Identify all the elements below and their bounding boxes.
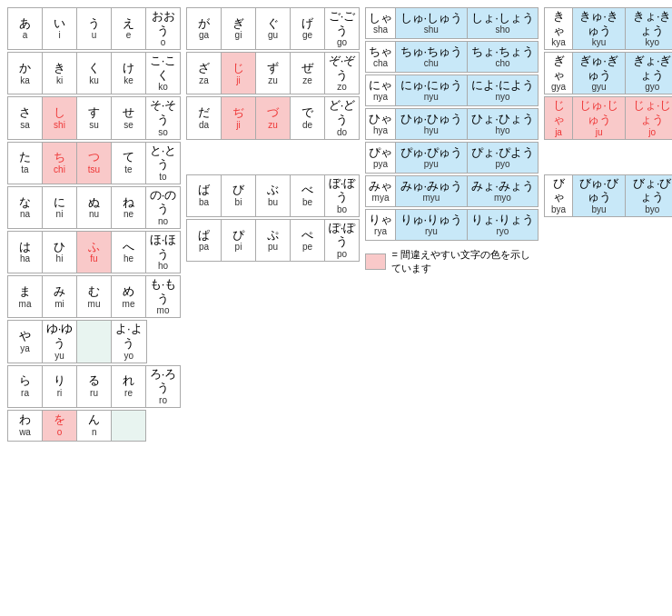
table-dajizudedo: だda ぢji づzu でde ど·どうdo	[186, 96, 360, 139]
cell-byo: びょ·びょうbyo	[626, 174, 672, 216]
cell-ha: はha	[8, 231, 43, 273]
cell-ne: ねne	[112, 186, 146, 228]
cell-ke: けke	[112, 53, 146, 94]
table-chachuchi: ちゃcha ちゅ·ちゅうchu ちょ·ちょうcho	[365, 41, 539, 73]
cell-e: えe	[112, 8, 146, 50]
cell-bya-kana: びゃbya	[545, 174, 573, 216]
cell-de: でde	[291, 97, 325, 139]
cell-ju: じゅ·じゅうju	[572, 97, 626, 139]
cell-kyo: きょ·きょうkyo	[626, 8, 672, 50]
cell-kyu: きゅ·きゅうkyu	[572, 8, 626, 50]
cell-to: と·とうto	[146, 142, 181, 184]
cell-ji-za: じji	[222, 53, 256, 94]
cell-ho: ほ·ほうho	[146, 231, 181, 273]
cell-do: ど·どうdo	[325, 97, 360, 139]
cell-ta: たta	[8, 142, 43, 184]
cell-ryo: りょ·りょうryo	[467, 210, 539, 241]
table-hyahyuhyo: ひゃhya ひゅ·ひゅうhyu ひょ·ひょうhyo	[365, 108, 539, 140]
cell-chi: ちchi	[43, 142, 77, 184]
middle-section: がga ぎgi ぐgu げge ご·ごうgo ざza じji ずzu ぜze ぞ…	[186, 7, 360, 443]
cell-gu: ぐgu	[256, 8, 291, 50]
cell-me: めme	[112, 276, 146, 318]
cell-zo: ぞ·ぞうzo	[325, 53, 360, 94]
cell-bu: ぶbu	[256, 174, 291, 216]
cell-hi: ひhi	[43, 231, 77, 273]
cell-ze: ぜze	[291, 53, 325, 94]
cell-zu-da: づzu	[256, 97, 291, 139]
cell-po: ぽ·ぽうpo	[325, 219, 360, 261]
left-section: あa いi うu えe おおうo かka きki くku けke こ·こくko …	[7, 7, 181, 443]
cell-su: すsu	[77, 97, 112, 139]
table-yayuyo: やya ゆ·ゆうyu よ·ようyo	[7, 320, 181, 363]
cell-hya-kana: ひゃhya	[366, 109, 396, 140]
cell-a: あa	[8, 8, 43, 50]
cell-go: ご·ごうgo	[325, 8, 360, 50]
cell-nyo: によ·にようnyo	[467, 75, 539, 106]
cell-za: ざza	[187, 53, 222, 94]
cell-mu: むmu	[77, 276, 112, 318]
cell-na: なna	[8, 186, 43, 228]
cell-ga: がga	[187, 8, 222, 50]
cell-so: そ·そうso	[146, 97, 181, 139]
table-tachitsuteto: たta ちchi つtsu てte と·とうto	[7, 142, 181, 184]
cell-myu: みゅ·みゅうmyu	[396, 176, 468, 207]
cell-shi: しshi	[43, 97, 77, 139]
cell-ji-da: ぢji	[222, 97, 256, 139]
cell-mya-kana: みゃmya	[366, 176, 396, 207]
table-spacer-right	[544, 142, 672, 173]
cell-myo: みょ·みょうmyo	[467, 176, 539, 207]
cell-ya: やya	[8, 321, 43, 363]
cell-pyu: ぴゅ·ぴゅうpyu	[396, 143, 468, 174]
cell-ri: りri	[43, 365, 77, 407]
cell-nyu: にゅ·にゅうnyu	[396, 75, 468, 106]
table-sashisuseso: さsa しshi すsu せse そ·そうso	[7, 96, 181, 139]
cell-ki: きki	[43, 53, 77, 94]
cell-cha-kana: ちゃcha	[366, 42, 396, 73]
table-kyakyukyo: きゃkya きゅ·きゅうkyu きょ·きょうkyo	[544, 7, 672, 50]
cell-n: んn	[77, 410, 112, 441]
cell-sho: しょ·しょうsho	[467, 8, 539, 39]
table-ryaryuryo: りゃrya りゅ·りゅうryu りょ·りょうryo	[365, 209, 539, 241]
cell-sha-kana: しゃsha	[366, 8, 396, 39]
cell-pya-kana: ぴゃpya	[366, 143, 396, 174]
cell-pa: ぱpa	[187, 219, 222, 261]
cell-kya-kana: きゃkya	[545, 8, 573, 50]
table-aiueo: あa いi うu えe おおうo	[7, 7, 181, 50]
cell-ba: ばba	[187, 174, 222, 216]
cell-u: うu	[77, 8, 112, 50]
table-naninuneno: なna にni ぬnu ねne の·のうno	[7, 186, 181, 229]
cell-ge: げge	[291, 8, 325, 50]
table-gagigugego: がga ぎgi ぐgu げge ご·ごうgo	[186, 7, 360, 50]
cell-gyo: ぎょ·ぎょうgyo	[626, 53, 672, 94]
cell-tsu: つtsu	[77, 142, 112, 184]
cell-se: せse	[112, 97, 146, 139]
cell-no: の·のうno	[146, 186, 181, 228]
cell-nu: ぬnu	[77, 186, 112, 228]
cell-zu: ずzu	[256, 53, 291, 94]
cell-cho: ちょ·ちょうcho	[467, 42, 539, 73]
cell-mi: みmi	[43, 276, 77, 318]
cell-ma: まma	[8, 276, 43, 318]
cell-pyo: ぴょ·ぴようpyo	[467, 143, 539, 174]
cell-ro: ろ·ろうro	[146, 365, 181, 407]
cell-jo: じょ·じょうjo	[626, 97, 672, 139]
cell-byu: びゅ·びゅうbyu	[572, 174, 626, 216]
table-wawon: わwa をo んn	[7, 410, 181, 442]
table-byabyubyo: びゃbya びゅ·びゅうbyu びょ·びょうbyo	[544, 174, 672, 217]
right-section: しゃsha しゅ·しゅうshu しょ·しょうsho ちゃcha ちゅ·ちゅうch…	[365, 7, 539, 443]
far-right-section: きゃkya きゅ·きゅうkyu きょ·きょうkyo ぎゃgya ぎゅ·ぎゅうgy…	[544, 7, 672, 443]
cell-i: いi	[43, 8, 77, 50]
cell-wa: わwa	[8, 410, 43, 441]
table-shashasho: しゃsha しゅ·しゅうshu しょ·しょうsho	[365, 7, 539, 39]
cell-te: てte	[112, 142, 146, 184]
cell-ryu: りゅ·りゅうryu	[396, 210, 468, 241]
table-kakikukeko: かka きki くku けke こ·こくko	[7, 52, 181, 94]
cell-gya-kana: ぎゃgya	[545, 53, 573, 94]
table-hahifuheho: はha ひhi ふfu へhe ほ·ほうho	[7, 231, 181, 273]
table-papipupebo: ぱpa ぴpi ぷpu ぺpe ぽ·ぽうpo	[186, 219, 360, 262]
table-raririrurero: らra りri るru れre ろ·ろうro	[7, 365, 181, 408]
cell-ko: こ·こくko	[146, 53, 181, 94]
cell-ra: らra	[8, 365, 43, 407]
cell-shu: しゅ·しゅうshu	[396, 8, 468, 39]
legend-box: = 間違えやすい文字の色を示しています	[365, 248, 539, 275]
